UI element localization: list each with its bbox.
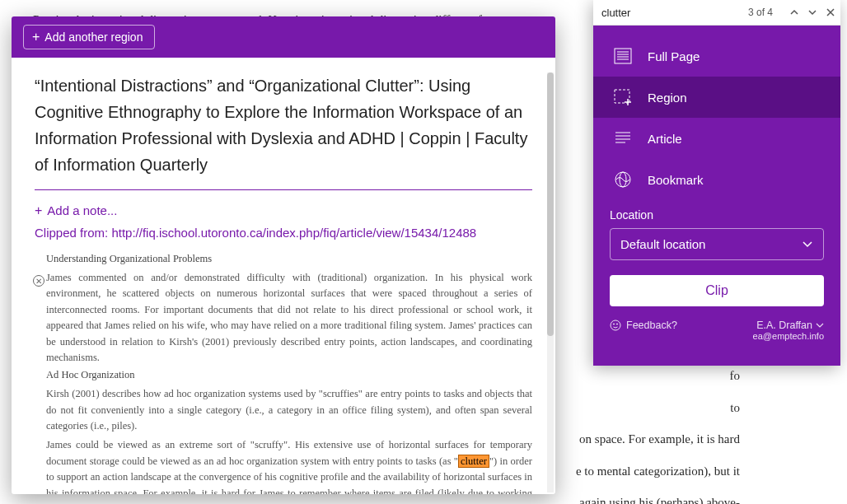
clipped-content: Understanding Organizational Problems Ja… [12,250,555,494]
svg-point-14 [611,320,620,330]
clipper-header: + Add another region [12,16,555,58]
option-article[interactable]: Article [593,118,840,159]
plus-icon: + [35,204,42,217]
find-count: 3 of 4 [748,7,773,18]
remove-region-icon[interactable]: ✕ [33,275,44,287]
svg-point-15 [613,324,614,324]
content-paragraph: Kirsh (2001) describes how ad hoc organi… [46,386,532,434]
location-select[interactable]: Default location [610,228,824,260]
add-region-label: Add another region [44,30,143,44]
option-label: Region [648,91,687,105]
location-block: Location Default location [593,200,840,264]
clip-title[interactable]: “Intentional Distractions” and “Organiza… [35,72,532,190]
clip-button[interactable]: Clip [610,275,824,306]
option-bookmark[interactable]: Bookmark [593,159,840,200]
plus-icon: + [32,30,40,44]
chevron-down-icon [816,322,824,329]
find-prev-icon[interactable] [789,6,799,19]
search-highlight: clutter [458,455,489,468]
feedback-label: Feedback? [626,320,677,331]
svg-point-16 [616,324,617,324]
find-close-icon[interactable] [826,6,835,19]
find-bar: 3 of 4 [593,0,840,26]
content-paragraph: James commented on and/or demonstrated d… [46,270,532,366]
scrollbar-thumb[interactable] [547,72,554,336]
option-region[interactable]: Region [593,77,840,118]
add-note-label: Add a note... [47,203,117,217]
user-name-label: E.A. Draffan [756,320,812,331]
sidebar-footer: Feedback? E.A. Draffan ea@emptech.info [593,315,840,354]
content-heading: Understanding Organizational Problems [46,253,532,265]
option-label: Article [648,132,682,146]
content-paragraph: James could be viewed as an extreme sort… [46,437,532,494]
option-label: Full Page [648,49,700,63]
chevron-down-icon [802,240,813,249]
smiley-icon [610,320,621,331]
clipper-panel: + Add another region “Intentional Distra… [12,16,555,494]
bookmark-icon [613,170,633,189]
location-label: Location [610,208,824,222]
location-value: Default location [620,237,705,251]
article-icon [613,129,633,147]
option-full-page[interactable]: Full Page [593,35,840,77]
region-icon [613,88,633,106]
clipper-body: “Intentional Distractions” and “Organiza… [12,58,555,250]
svg-rect-0 [615,49,631,63]
find-input[interactable] [601,7,740,19]
full-page-icon [613,47,633,65]
scrollbar-track[interactable] [547,72,554,492]
find-next-icon[interactable] [807,6,817,19]
clipped-from: Clipped from: http://fiq.ischool.utoront… [35,226,532,240]
clip-button-label: Clip [705,283,728,297]
clip-options: Full Page Region Article [593,26,840,366]
user-email: ea@emptech.info [753,331,824,341]
clipper-sidebar: 3 of 4 Full Page [593,0,840,366]
content-heading: Ad Hoc Organization [46,369,532,381]
clipped-from-url[interactable]: http://fiq.ischool.utoronto.ca/index.php… [111,226,476,240]
clipped-from-label: Clipped from: [35,226,111,240]
user-account[interactable]: E.A. Draffan ea@emptech.info [753,320,824,341]
option-label: Bookmark [648,173,704,187]
add-note-link[interactable]: + Add a note... [35,203,532,217]
feedback-link[interactable]: Feedback? [610,320,677,331]
add-another-region-button[interactable]: + Add another region [23,25,155,49]
